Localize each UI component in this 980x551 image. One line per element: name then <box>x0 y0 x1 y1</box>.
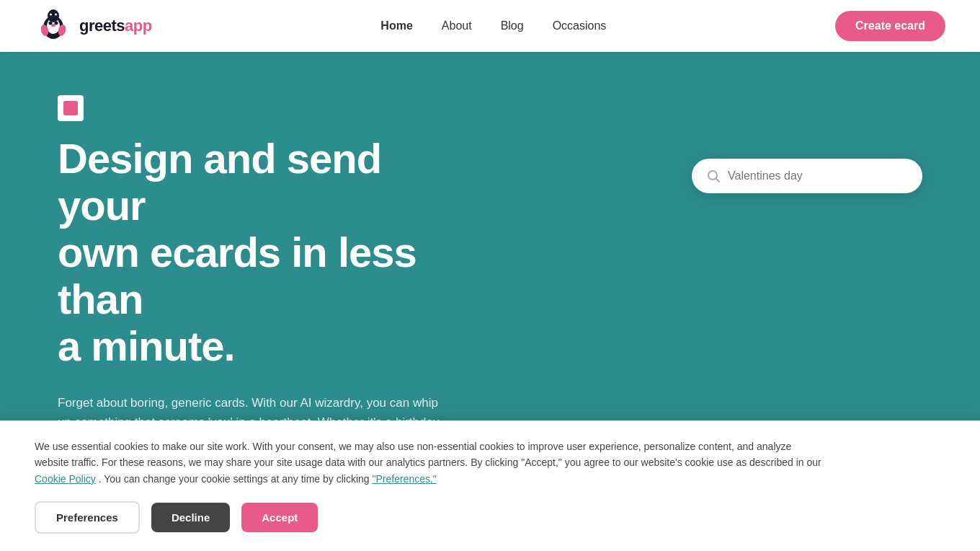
nav-about[interactable]: About <box>442 19 472 32</box>
nav-blog[interactable]: Blog <box>501 19 524 32</box>
svg-line-11 <box>716 179 720 182</box>
logo[interactable]: greetsapp <box>35 7 152 45</box>
badge-icon <box>58 95 84 121</box>
navbar: greetsapp Home About Blog Occasions Crea… <box>0 0 980 52</box>
nav-home[interactable]: Home <box>380 19 412 32</box>
hero-title: Design and send your own ecards in less … <box>58 136 447 370</box>
logo-icon <box>35 7 72 45</box>
search-container <box>692 159 922 193</box>
logo-text: greetsapp <box>79 17 152 35</box>
create-ecard-button[interactable]: Create ecard <box>835 11 945 41</box>
search-box <box>692 159 922 193</box>
preferences-button[interactable]: Preferences <box>35 501 140 534</box>
nav-occasions[interactable]: Occasions <box>553 19 607 32</box>
hero-content: Design and send your own ecards in less … <box>0 52 504 472</box>
accept-button[interactable]: Accept <box>241 503 318 532</box>
cookie-policy-link[interactable]: Cookie Policy <box>35 473 96 485</box>
cookie-buttons: Preferences Decline Accept <box>35 501 318 534</box>
cookie-content: We use essential cookies to make our sit… <box>35 438 945 534</box>
nav-links: Home About Blog Occasions <box>380 19 606 32</box>
svg-point-4 <box>51 24 55 27</box>
search-icon <box>706 169 721 183</box>
svg-point-8 <box>50 14 52 16</box>
search-input[interactable] <box>728 169 908 182</box>
decline-button[interactable]: Decline <box>151 503 230 532</box>
svg-point-7 <box>48 9 59 22</box>
cookie-text: We use essential cookies to make our sit… <box>35 438 827 487</box>
svg-point-9 <box>55 14 57 16</box>
cookie-banner: We use essential cookies to make our sit… <box>0 420 980 551</box>
preferences-link[interactable]: "Preferences." <box>373 473 437 485</box>
